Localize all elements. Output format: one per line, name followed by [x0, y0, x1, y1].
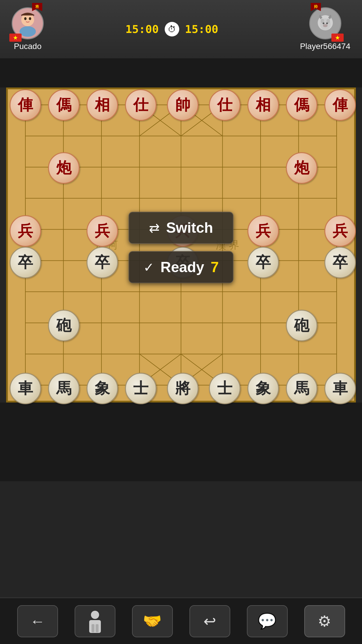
piece-red-bing1[interactable]: 兵	[10, 215, 41, 247]
piece-red-ma2[interactable]: 傌	[286, 89, 317, 121]
piece-black-ju1[interactable]: 車	[10, 373, 41, 404]
piece-red-ma1[interactable]: 傌	[48, 89, 80, 121]
piece-black-zu5[interactable]: 卒	[324, 247, 356, 278]
piece-black-xiang1[interactable]: 象	[87, 373, 118, 404]
piece-red-bing2[interactable]: 兵	[87, 215, 118, 247]
flag-vn-left	[9, 34, 22, 42]
message-icon: 💬	[258, 612, 277, 630]
overlay-buttons: ⇄ Switch ✓ Ready 7	[129, 212, 233, 283]
avatar-right-container: 帅	[309, 7, 341, 39]
person-button[interactable]	[75, 605, 115, 637]
piece-black-xiang2[interactable]: 象	[247, 373, 279, 404]
rank-flag-right: 帅	[311, 3, 321, 12]
piece-red-ju2[interactable]: 俥	[324, 89, 356, 121]
person-icon	[86, 610, 104, 633]
piece-black-pao1[interactable]: 砲	[48, 310, 80, 341]
svg-text:将: 将	[35, 4, 39, 9]
svg-rect-51	[96, 624, 99, 632]
toolbar: ← 🤝 ↩ 💬 ⚙	[0, 597, 362, 644]
svg-point-4	[24, 17, 27, 20]
chess-board[interactable]: 楚 河 漢 界 俥 傌 相 仕 帥 仕 相 傌 俥 炮 炮	[6, 88, 356, 402]
player-right-name: Player566474	[300, 42, 350, 51]
svg-point-3	[22, 14, 33, 24]
piece-red-shi1[interactable]: 仕	[125, 89, 157, 121]
piece-red-pao2[interactable]: 炮	[286, 152, 317, 184]
gear-button[interactable]: ⚙	[304, 605, 345, 637]
message-button[interactable]: 💬	[247, 605, 288, 637]
timer-right: 15:00	[185, 23, 218, 36]
player-right: 帅 Player566474	[300, 7, 350, 51]
ready-label: Ready	[161, 259, 204, 276]
svg-text:帅: 帅	[314, 4, 317, 9]
piece-black-zu1[interactable]: 卒	[10, 247, 41, 278]
piece-red-pao1[interactable]: 炮	[48, 152, 80, 184]
gear-icon: ⚙	[318, 612, 331, 630]
piece-black-ju2[interactable]: 車	[324, 373, 356, 404]
piece-black-pao2[interactable]: 砲	[286, 310, 317, 341]
piece-red-shi2[interactable]: 仕	[209, 89, 240, 121]
piece-red-bing5[interactable]: 兵	[324, 215, 356, 247]
back-button[interactable]: ←	[17, 605, 58, 637]
switch-button[interactable]: ⇄ Switch	[129, 212, 233, 244]
svg-rect-50	[92, 624, 94, 632]
svg-point-14	[326, 22, 328, 24]
switch-label: Switch	[166, 219, 213, 236]
piece-black-ma1[interactable]: 馬	[48, 373, 80, 404]
timer-icon: ⏱	[165, 22, 179, 36]
header: 将 Pucado 15:00 ⏱ 15:00	[0, 0, 362, 58]
piece-black-ma2[interactable]: 馬	[286, 373, 317, 404]
player-left: 将 Pucado	[12, 7, 44, 51]
piece-black-shi1[interactable]: 士	[125, 373, 157, 404]
piece-red-xiang1[interactable]: 相	[87, 89, 118, 121]
checkmark-icon: ✓	[143, 260, 154, 275]
timer-row: 15:00 ⏱ 15:00	[125, 22, 218, 36]
dark-zone-bottom	[0, 402, 362, 481]
ready-count: 7	[211, 259, 219, 276]
undo-button[interactable]: ↩	[189, 605, 230, 637]
piece-black-jiang[interactable]: 將	[167, 373, 198, 404]
piece-black-zu2[interactable]: 卒	[87, 247, 118, 278]
handshake-button[interactable]: 🤝	[132, 605, 173, 637]
undo-icon: ↩	[203, 612, 216, 630]
piece-red-ju1[interactable]: 俥	[10, 89, 41, 121]
handshake-icon: 🤝	[143, 612, 162, 630]
piece-red-xiang2[interactable]: 相	[247, 89, 279, 121]
svg-rect-49	[89, 620, 101, 633]
app-container: 将 Pucado 15:00 ⏱ 15:00	[0, 0, 362, 644]
svg-point-2	[20, 26, 36, 37]
svg-point-48	[91, 611, 99, 619]
dark-zone-top	[0, 58, 362, 88]
svg-point-5	[29, 17, 31, 20]
switch-icon: ⇄	[149, 220, 160, 235]
piece-red-bing4[interactable]: 兵	[247, 215, 279, 247]
timer-section: 15:00 ⏱ 15:00	[125, 22, 218, 36]
rank-flag-left: 将	[32, 3, 42, 12]
flag-vn-right	[331, 34, 344, 42]
back-icon: ←	[30, 612, 45, 630]
piece-black-zu4[interactable]: 卒	[247, 247, 279, 278]
ready-button[interactable]: ✓ Ready 7	[129, 251, 233, 283]
piece-black-shi2[interactable]: 士	[209, 373, 240, 404]
avatar-left-container: 将	[12, 7, 44, 39]
player-left-name: Pucado	[14, 42, 42, 51]
piece-red-shuai[interactable]: 帥	[167, 89, 198, 121]
svg-point-15	[323, 24, 328, 27]
timer-left: 15:00	[125, 23, 159, 36]
svg-point-13	[323, 22, 324, 24]
